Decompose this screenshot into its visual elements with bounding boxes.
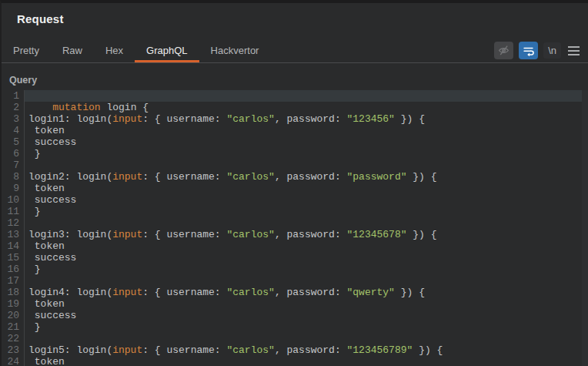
line-content: success bbox=[25, 194, 582, 206]
graphql-query-editor[interactable]: 12 mutation login {3login1: login(input:… bbox=[2, 90, 588, 366]
line-number: 12 bbox=[2, 217, 25, 229]
code-keyword: mutation bbox=[52, 102, 100, 113]
code-text: token bbox=[28, 298, 65, 310]
editor-line: 23login5: login(input: { username: "carl… bbox=[2, 344, 582, 356]
line-content: login1: login(input: { username: "carlos… bbox=[25, 113, 582, 125]
menu-bar bbox=[568, 54, 580, 55]
editor-line: 3login1: login(input: { username: "carlo… bbox=[2, 113, 582, 125]
code-text: token bbox=[28, 183, 65, 194]
editor-line: 6 } bbox=[2, 148, 582, 159]
line-content: success bbox=[25, 310, 582, 321]
code-string: "123456789" bbox=[347, 344, 413, 356]
code-keyword: input bbox=[112, 171, 142, 183]
line-number: 4 bbox=[2, 125, 25, 136]
code-text: } bbox=[28, 264, 41, 275]
code-text: success bbox=[28, 310, 76, 321]
line-number: 6 bbox=[2, 148, 25, 159]
tab-raw[interactable]: Raw bbox=[51, 39, 94, 62]
editor-line: 1 bbox=[2, 90, 582, 102]
line-content: success bbox=[25, 136, 582, 148]
hide-eye-icon[interactable] bbox=[494, 42, 513, 59]
code-text: login3: login( bbox=[28, 229, 112, 240]
line-number: 13 bbox=[2, 229, 25, 240]
line-number: 15 bbox=[2, 252, 25, 264]
editor-line: 21 } bbox=[2, 321, 582, 333]
line-number: 22 bbox=[2, 333, 25, 344]
code-string: "123456" bbox=[347, 113, 395, 125]
code-text: }) { bbox=[395, 113, 425, 125]
code-text: } bbox=[28, 321, 41, 333]
line-number: 17 bbox=[2, 275, 25, 287]
line-number: 3 bbox=[2, 113, 25, 125]
line-content: token bbox=[25, 298, 582, 310]
active-tab-underline bbox=[135, 60, 199, 62]
query-label: Query bbox=[9, 75, 37, 86]
editor-line: 18login4: login(input: { username: "carl… bbox=[2, 287, 582, 298]
code-keyword: input bbox=[112, 113, 142, 125]
line-number: 10 bbox=[2, 194, 25, 206]
code-text: login { bbox=[101, 102, 149, 113]
code-text bbox=[28, 102, 52, 113]
editor-line: 24 token bbox=[2, 356, 582, 366]
editor-line: 2 mutation login { bbox=[2, 102, 582, 113]
editor-line: 4 token bbox=[2, 125, 582, 136]
menu-icon[interactable] bbox=[566, 45, 581, 57]
tab-hex[interactable]: Hex bbox=[94, 39, 135, 62]
line-number: 16 bbox=[2, 264, 25, 275]
line-content: token bbox=[25, 240, 582, 252]
code-keyword: input bbox=[112, 229, 142, 240]
menu-bar bbox=[568, 46, 580, 48]
tab-pretty[interactable]: Pretty bbox=[2, 39, 51, 62]
code-text: : { username: bbox=[142, 229, 226, 240]
tab-label: Pretty bbox=[13, 45, 39, 56]
code-text: : { username: bbox=[142, 171, 226, 183]
code-text: : { username: bbox=[142, 344, 226, 356]
code-text: success bbox=[28, 194, 76, 206]
menu-bar bbox=[568, 50, 580, 52]
tab-hackvertor[interactable]: Hackvertor bbox=[199, 39, 271, 62]
editor-line: 17 bbox=[2, 275, 582, 287]
editor-line: 13login3: login(input: { username: "carl… bbox=[2, 229, 582, 240]
code-string: "password" bbox=[347, 171, 407, 183]
line-number: 8 bbox=[2, 171, 25, 183]
code-string: "carlos" bbox=[226, 113, 274, 125]
line-content bbox=[25, 333, 582, 344]
panel-header: Request bbox=[2, 3, 588, 31]
code-string: "carlos" bbox=[226, 344, 274, 356]
line-content: mutation login { bbox=[25, 102, 582, 113]
line-content: } bbox=[25, 264, 582, 275]
code-keyword: input bbox=[112, 287, 142, 298]
code-string: "carlos" bbox=[226, 229, 274, 240]
editor-scrollbar[interactable] bbox=[582, 90, 588, 366]
editor-line: 12 bbox=[2, 217, 582, 229]
line-content bbox=[25, 159, 582, 171]
line-content: login2: login(input: { username: "carlos… bbox=[25, 171, 582, 183]
line-content: token bbox=[25, 125, 582, 136]
line-number: 20 bbox=[2, 310, 25, 321]
line-number: 2 bbox=[2, 102, 25, 113]
code-text: }) { bbox=[407, 229, 437, 240]
newline-toggle[interactable]: \n bbox=[543, 42, 561, 59]
word-wrap-glyph bbox=[522, 44, 535, 57]
code-text: , password: bbox=[275, 171, 347, 183]
code-text: , password: bbox=[275, 344, 347, 356]
code-text: }) { bbox=[413, 344, 443, 356]
code-text: login1: login( bbox=[28, 113, 112, 125]
tab-graphql[interactable]: GraphQL bbox=[135, 39, 199, 62]
editor-line: 7 bbox=[2, 159, 582, 171]
tab-label: GraphQL bbox=[146, 45, 187, 56]
line-number: 7 bbox=[2, 159, 25, 171]
line-number: 21 bbox=[2, 321, 25, 333]
line-content: } bbox=[25, 321, 582, 333]
line-number: 23 bbox=[2, 344, 25, 356]
query-section-header: Query bbox=[2, 63, 588, 86]
line-number: 24 bbox=[2, 356, 25, 366]
code-keyword: input bbox=[112, 344, 142, 356]
line-number: 1 bbox=[2, 90, 25, 102]
line-content bbox=[25, 90, 582, 102]
word-wrap-icon[interactable] bbox=[519, 42, 538, 59]
code-text: , password: bbox=[275, 113, 347, 125]
message-tab-bar: PrettyRawHexGraphQLHackvertor \n bbox=[2, 39, 588, 63]
line-content: } bbox=[25, 206, 582, 217]
editor-toolbar: \n bbox=[494, 39, 588, 62]
